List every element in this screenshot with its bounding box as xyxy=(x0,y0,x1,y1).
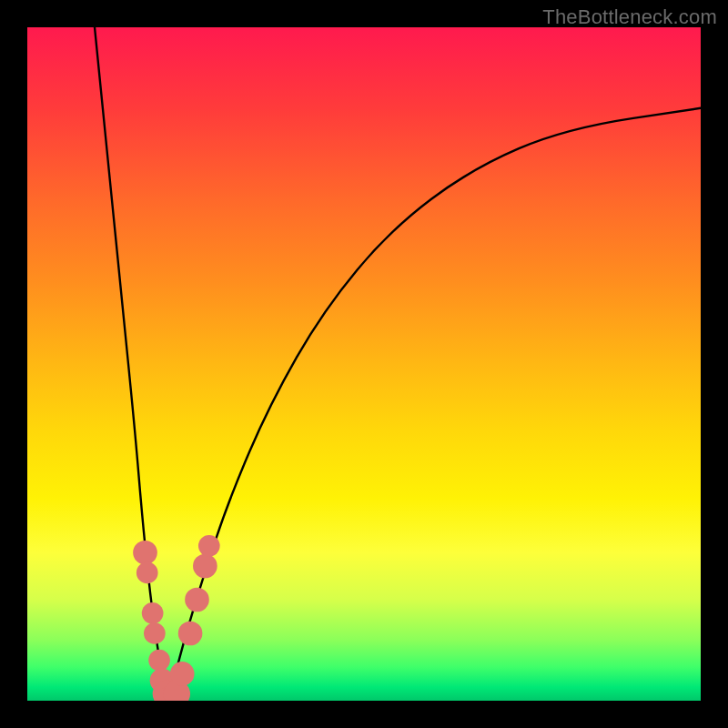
data-marker xyxy=(148,650,170,672)
plot-area xyxy=(27,27,701,701)
watermark-text: TheBottleneck.com xyxy=(542,5,717,29)
data-marker xyxy=(136,562,158,584)
data-marker xyxy=(178,622,203,646)
data-marker xyxy=(193,554,217,579)
chart-frame: TheBottleneck.com xyxy=(0,0,728,728)
bottleneck-curve xyxy=(27,27,701,701)
data-marker xyxy=(133,541,157,565)
data-marker xyxy=(185,588,209,612)
data-marker xyxy=(142,602,164,624)
data-marker xyxy=(198,535,220,557)
data-marker xyxy=(144,622,166,644)
data-marker xyxy=(170,662,195,686)
